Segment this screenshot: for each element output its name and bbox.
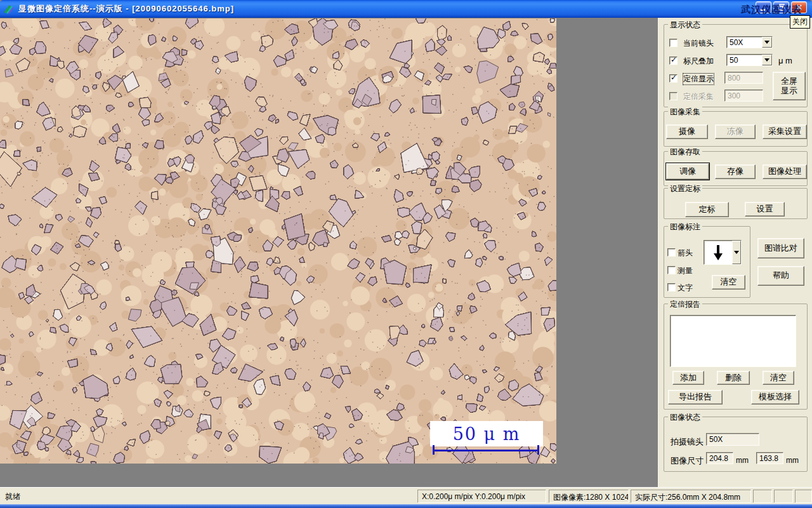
field-shoot-lens: 50X <box>706 433 759 446</box>
chevron-down-icon <box>764 41 769 44</box>
combo-ruler-dropdown[interactable] <box>762 55 772 65</box>
scale-bar-label: 50 μ m <box>453 424 521 444</box>
field-image-height: 163.8 <box>756 452 783 464</box>
checkbox-measure[interactable] <box>667 266 676 274</box>
scale-bar-line <box>433 450 539 451</box>
close-tooltip: 关闭 <box>790 15 810 29</box>
window-bottom-border <box>0 504 812 508</box>
report-delete-button[interactable]: 删除 <box>717 371 750 385</box>
arrow-style-preview <box>704 241 732 264</box>
label-ruler-overlay: 标尺叠加 <box>683 56 714 67</box>
combo-ruler-value-text: 50 <box>727 55 762 65</box>
annotation-clear-button[interactable]: 清空 <box>712 275 745 290</box>
group-storage: 图像存取 调像 存像 图像处理 <box>664 151 808 186</box>
label-fixed-display: 定倍显示 <box>683 74 714 84</box>
status-pixel-scale: X:0.200μ m/pix Y:0.200μ m/pix <box>417 490 546 503</box>
label-text: 文字 <box>678 283 693 293</box>
combo-current-lens[interactable]: 50X <box>726 36 773 48</box>
scale-bar-tick-left <box>433 445 435 455</box>
window-title: 显微图像定倍系统--演示版 - [20090602055646.bmp] <box>18 3 234 15</box>
status-actual-size: 实际尺寸:256.0mm X 204.8mm <box>631 490 751 503</box>
scale-bar-tick-right <box>537 445 539 455</box>
group-title-annotation: 图像标注 <box>668 222 702 232</box>
field-image-width: 204.8 <box>706 452 733 464</box>
group-annotation: 图像标注 箭头 测量 清空 文字 <box>664 226 750 298</box>
save-image-button[interactable]: 存像 <box>715 164 756 179</box>
image-process-button[interactable]: 图像处理 <box>763 164 807 179</box>
combo-current-lens-value: 50X <box>727 37 762 48</box>
arrow-style-dropdown[interactable] <box>732 241 741 264</box>
status-panel-empty-1 <box>753 490 772 503</box>
group-title-storage: 图像存取 <box>668 147 702 157</box>
status-image-pixels: 图像像素:1280 X 1024 <box>549 490 629 503</box>
checkbox-current-lens[interactable] <box>669 39 678 47</box>
label-current-lens: 当前镜头 <box>683 38 714 49</box>
label-ruler-unit: μ m <box>778 56 792 65</box>
label-height-unit: mm <box>786 456 799 465</box>
group-capture: 图像采集 摄像 冻像 采集设置 <box>664 111 808 147</box>
report-listbox[interactable] <box>670 315 796 367</box>
report-export-button[interactable]: 导出报告 <box>668 390 723 404</box>
group-report: 定倍报告 添加 删除 清空 导出报告 模板选择 <box>664 304 808 410</box>
atlas-compare-button[interactable]: 图谱比对 <box>757 238 804 258</box>
status-panel-empty-2 <box>774 490 793 503</box>
label-image-size: 图像尺寸 <box>671 455 704 467</box>
checkbox-ruler-overlay[interactable] <box>669 57 678 65</box>
load-image-button[interactable]: 调像 <box>666 163 709 180</box>
status-panel-empty-3 <box>795 490 812 503</box>
help-button[interactable]: 帮助 <box>757 266 804 286</box>
checkbox-text[interactable] <box>667 283 676 291</box>
down-arrow-icon <box>712 244 724 262</box>
report-template-button[interactable]: 模板选择 <box>751 390 799 404</box>
group-display-status: 显示状态 当前镜头 50X 标尺叠加 50 μ m 定倍显示 800 定倍采集 … <box>664 24 808 107</box>
status-ready: 就绪 <box>5 491 20 502</box>
report-clear-button[interactable]: 清空 <box>763 371 794 385</box>
micrograph-image[interactable]: 50 μ m <box>0 18 556 464</box>
label-shoot-lens: 拍摄镜头 <box>671 436 704 448</box>
label-fixed-capture: 定倍采集 <box>683 91 714 102</box>
capture-settings-button[interactable]: 采集设置 <box>763 124 807 139</box>
combo-ruler-value[interactable]: 50 <box>726 54 773 66</box>
group-title-capture: 图像采集 <box>668 107 702 117</box>
status-bar: 就绪 X:0.200μ m/pix Y:0.200μ m/pix 图像像素:12… <box>0 487 812 504</box>
control-panel: 显示状态 当前镜头 50X 标尺叠加 50 μ m 定倍显示 800 定倍采集 … <box>658 18 812 487</box>
arrow-style-combo[interactable] <box>704 240 742 265</box>
label-measure: 测量 <box>678 265 693 276</box>
group-title-display-status: 显示状态 <box>668 20 702 30</box>
group-title-calibration: 设置定标 <box>668 184 702 194</box>
combo-current-lens-dropdown[interactable] <box>762 37 772 48</box>
capture-button[interactable]: 摄像 <box>666 124 708 139</box>
title-bar: 显微图像定倍系统--演示版 - [20090602055646.bmp] <box>0 0 812 18</box>
calibrate-button[interactable]: 定标 <box>685 202 729 217</box>
freeze-button: 冻像 <box>715 124 756 139</box>
label-width-unit: mm <box>736 456 749 465</box>
group-calibration: 设置定标 定标 设置 <box>664 188 808 219</box>
chevron-down-icon <box>764 58 769 62</box>
input-fixed-display: 800 <box>724 72 763 84</box>
settings-button[interactable]: 设置 <box>745 202 785 217</box>
scale-bar-box: 50 μ m <box>430 421 543 446</box>
label-arrow: 箭头 <box>678 248 693 258</box>
report-add-button[interactable]: 添加 <box>672 371 704 385</box>
group-image-status: 图像状态 拍摄镜头 50X 图像尺寸 204.8 mm 163.8 mm <box>664 417 808 472</box>
micrograph-canvas <box>0 18 556 464</box>
demo-watermark: 武汉仪器仪表 <box>741 4 802 16</box>
checkbox-fixed-display[interactable] <box>669 74 678 83</box>
checkbox-arrow[interactable] <box>667 248 676 257</box>
app-icon <box>4 4 15 15</box>
fullscreen-button[interactable]: 全屏 显示 <box>773 72 806 100</box>
checkbox-fixed-capture <box>669 92 678 100</box>
input-fixed-capture: 300 <box>724 90 763 102</box>
chevron-down-icon <box>734 251 739 254</box>
group-title-report: 定倍报告 <box>668 299 702 310</box>
group-title-image-status: 图像状态 <box>668 412 702 423</box>
